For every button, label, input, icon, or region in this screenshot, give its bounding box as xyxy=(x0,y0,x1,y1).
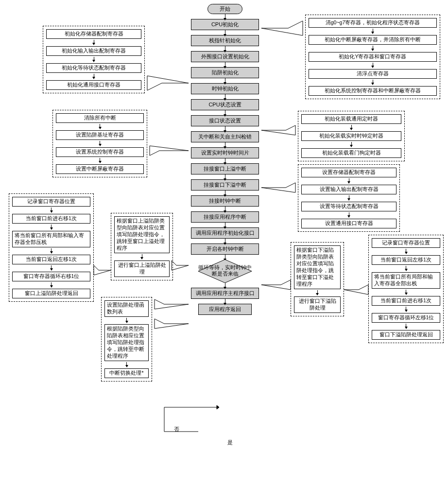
node-hook-clock-int: 挂接时钟中断 xyxy=(191,195,259,207)
node-hook-app-int: 挂接应用程序中断 xyxy=(191,211,259,223)
node-label: 栈指针初始化 xyxy=(209,37,241,43)
detail-item: 清g0~g7寄存器，初始化程序状态寄存器 xyxy=(309,18,437,28)
start-node: 开始 xyxy=(207,4,242,14)
node-label: 挂接应用程序中断 xyxy=(204,214,246,220)
node-hook-win-overflow: 挂接窗口上溢中断 xyxy=(191,163,259,174)
node-label: CPU状态设置 xyxy=(208,102,241,107)
detail-item: 当前窗口返回左移1次 xyxy=(12,255,90,264)
node-periph-init: 外围接口设置初始化 xyxy=(191,51,259,62)
detail-item: 当前窗口返回左移1次 xyxy=(372,255,440,265)
detail-item: 窗口下溢陷阱处理返回 xyxy=(372,330,440,340)
detail-item: 设置存储器配制寄存器 xyxy=(301,168,396,177)
detail-item: 初始化存储器配制寄存器 xyxy=(46,29,141,39)
detail-item: 初始化装载实时时钟定时器 xyxy=(301,131,401,141)
detail-item: 初始化等待状态配制寄存器 xyxy=(46,63,141,73)
detail-item: 当前窗口前进右移1次 xyxy=(372,296,440,306)
group-cpu-state: 清除所有中断 设置陷阱基址寄存器 设置系统控制寄存器 设置中断屏蔽寄存器 xyxy=(52,110,147,177)
decision-yes-label: 是 xyxy=(227,439,233,446)
detail-item: 初始化输入输出配制寄存器 xyxy=(46,46,141,56)
group-clock-init: 初始化装载通用定时器 初始化装载实时时钟定时器 初始化装载看门狗定时器 xyxy=(298,111,405,161)
node-cpu-state: CPU状态设置 xyxy=(191,99,259,110)
node-label: 调用应用程序初始化接口 xyxy=(196,230,255,236)
node-label: 接口状态设置 xyxy=(209,118,241,123)
detail-item: 设置中断屏蔽寄存器 xyxy=(56,164,144,174)
node-clock-init: 时钟初始化 xyxy=(191,83,259,94)
node-label: CPU初始化 xyxy=(211,21,239,27)
start-label: 开始 xyxy=(220,6,230,12)
node-stack-ptr-init: 栈指针初始化 xyxy=(191,35,259,46)
node-label: 陷阱初始化 xyxy=(212,69,239,75)
decision-no-label: 否 xyxy=(174,426,179,433)
detail-item: 窗口寄存器循环左移1位 xyxy=(372,313,440,323)
detail-item: 清浮点寄存器 xyxy=(309,69,437,79)
group-win-underflow-hook: 根据窗口下溢陷阱类型向陷阱表对应位置填写陷阱处理指令，跳转至窗口下溢处理程序 进… xyxy=(291,242,344,316)
detail-item: 设置等待状态配制寄存器 xyxy=(301,202,396,211)
detail-item: 设置输入输出配制寄存器 xyxy=(301,185,396,194)
detail-item: 初始化系统控制寄存器和中断屏蔽寄存器 xyxy=(309,86,437,96)
node-label: 外围接口设置初始化 xyxy=(201,53,249,59)
detail-item: 根据陷阱类型向陷阱表相应位置填写陷阱处理指令，跳转至中断处理程序 xyxy=(104,324,149,361)
node-call-app-init-if: 调用应用程序初始化接口 xyxy=(191,227,259,239)
decision-label: 循环等待，实时时钟中断是否来临 xyxy=(198,264,252,277)
node-disable-int: 关中断和关自主纠检错 xyxy=(191,131,259,142)
detail-item: 记录窗口寄存器位置 xyxy=(12,197,90,207)
node-label: 关中断和关自主纠检错 xyxy=(198,134,252,139)
group-win-underflow-detail: 记录窗口寄存器位置 当前窗口返回左移1次 将当前窗口所有局部和输入寄存器全部出栈… xyxy=(368,235,444,343)
node-set-rtc-slice: 设置实时时钟时间片 xyxy=(191,147,259,158)
node-enable-clocks: 开启各时钟中断 xyxy=(191,243,259,255)
detail-item: 初始化Y寄存器和窗口寄存器 xyxy=(309,52,437,62)
node-label: 应用程序返回 xyxy=(209,306,241,312)
detail-item: 记录窗口寄存器位置 xyxy=(372,238,440,248)
detail-item: 初始化中断屏蔽寄存器，并清除所有中断 xyxy=(309,35,437,45)
detail-item: 设置陷阱基址寄存器 xyxy=(56,130,144,140)
detail-item: 初始化装载看门狗定时器 xyxy=(301,148,401,158)
group-if-state: 设置存储器配制寄存器 设置输入输出配制寄存器 设置等待状态配制寄存器 设置通用接… xyxy=(298,164,400,232)
detail-item: 初始化装载通用定时器 xyxy=(301,114,401,124)
detail-item: 根据窗口下溢陷阱类型向陷阱表对应位置填写陷阱处理指令，跳转至窗口下溢处理程序 xyxy=(294,245,341,289)
detail-item: 根据窗口上溢陷阱类型向陷阱表对应位置填写陷阱处理指令，跳转至窗口上溢处理程序 xyxy=(114,216,170,253)
detail-item: 进行窗口上溢陷阱处理 xyxy=(114,260,170,277)
svg-marker-0 xyxy=(217,405,219,409)
detail-item: 设置通用接口寄存器 xyxy=(301,219,396,228)
node-label: 挂接时钟中断 xyxy=(209,198,241,204)
node-app-return: 应用程序返回 xyxy=(198,304,252,315)
detail-item: 窗口上溢陷阱处理返回 xyxy=(12,289,90,298)
node-cpu-init: CPU初始化 xyxy=(191,19,259,30)
detail-item: 将当前窗口所有局部和输入寄存器全部出栈 xyxy=(372,272,440,289)
node-label: 开启各时钟中断 xyxy=(207,246,244,252)
detail-item: 清除所有中断 xyxy=(56,113,144,123)
node-label: 时钟初始化 xyxy=(212,86,239,91)
node-hook-win-underflow: 挂接窗口下溢中断 xyxy=(191,179,259,191)
detail-item: 将当前窗口所有局部和输入寄存器全部压栈 xyxy=(12,231,90,247)
decision-rtc: 循环等待，实时时钟中断是否来临 xyxy=(198,260,252,283)
detail-item: 当前窗口前进右移1次 xyxy=(12,214,90,224)
node-if-state: 接口状态设置 xyxy=(191,115,259,126)
detail-item: 窗口寄存器循环右移1位 xyxy=(12,272,90,281)
node-trap-init: 陷阱初始化 xyxy=(191,67,259,78)
node-label: 调用应用程序主程序接口 xyxy=(196,290,255,296)
detail-item: 设置系统控制寄存器 xyxy=(56,147,144,157)
main-flow-column: 开始 CPU初始化 栈指针初始化 外围接口设置初始化 陷阱初始化 时钟初始化 C… xyxy=(189,4,261,315)
detail-item: 进行窗口下溢陷阱处理 xyxy=(294,296,341,313)
detail-item: 设置陷阱处理函数列表 xyxy=(104,300,149,317)
group-clock-interrupt: 设置陷阱处理函数列表 根据陷阱类型向陷阱表相应位置填写陷阱处理指令，跳转至中断处… xyxy=(101,297,152,382)
detail-item: 中断切换处理* xyxy=(104,368,149,378)
group-cpu-init: 清g0~g7寄存器，初始化程序状态寄存器 初始化中断屏蔽寄存器，并清除所有中断 … xyxy=(305,15,440,99)
group-periph-init: 初始化存储器配制寄存器 初始化输入输出配制寄存器 初始化等待状态配制寄存器 初始… xyxy=(43,26,145,93)
node-label: 设置实时时钟时间片 xyxy=(201,150,249,156)
node-label: 挂接窗口上溢中断 xyxy=(204,166,246,172)
node-label: 挂接窗口下溢中断 xyxy=(204,182,246,188)
group-win-overflow-detail: 记录窗口寄存器位置 当前窗口前进右移1次 将当前窗口所有局部和输入寄存器全部压栈… xyxy=(9,193,94,302)
group-win-overflow-hook: 根据窗口上溢陷阱类型向陷阱表对应位置填写陷阱处理指令，跳转至窗口上溢处理程序 进… xyxy=(111,213,173,280)
detail-item: 初始化通用接口寄存器 xyxy=(46,80,141,90)
node-call-app-main-if: 调用应用程序主程序接口 xyxy=(191,288,259,299)
flowchart-canvas: 开始 CPU初始化 栈指针初始化 外围接口设置初始化 陷阱初始化 时钟初始化 C… xyxy=(4,4,444,482)
